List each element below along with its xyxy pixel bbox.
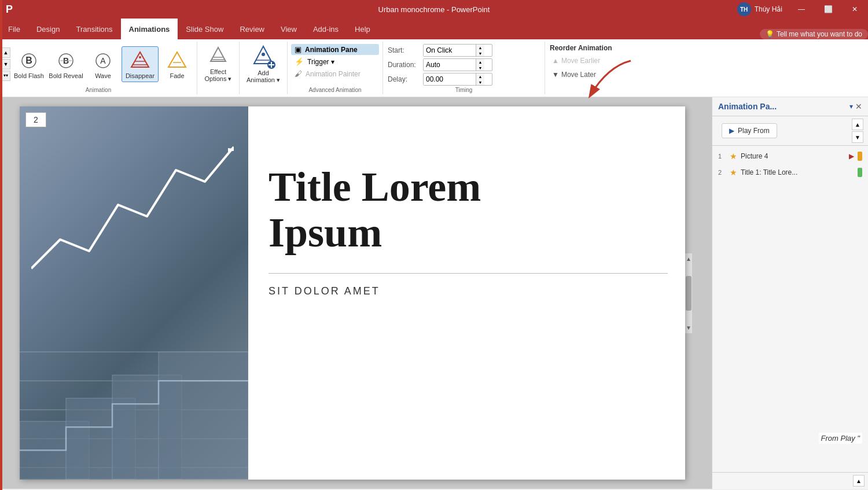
anim-item-indicator [858, 152, 862, 161]
play-from-button[interactable]: ▶ Play From [722, 123, 777, 138]
tab-slideshow[interactable]: Slide Show [178, 19, 231, 39]
scroll-down-button[interactable]: ▼ [1, 59, 10, 69]
start-value[interactable] [424, 45, 476, 56]
trigger-label: Trigger ▾ [307, 58, 334, 66]
slide-subtitle: SIT DOLOR AMET [269, 285, 668, 297]
add-animation-button[interactable]: Add Animation ▾ [243, 42, 284, 86]
duration-spinner: ▲ ▼ [476, 59, 484, 71]
main-area: 2 [0, 97, 868, 489]
pane-dropdown-icon[interactable]: ▾ [849, 102, 853, 110]
tab-addins[interactable]: Add-ins [305, 19, 347, 39]
anim-wave[interactable]: A Wave [84, 47, 122, 82]
start-input[interactable]: ▲ ▼ [423, 44, 492, 57]
effect-options-icon [209, 46, 227, 68]
animation-painter-button[interactable]: 🖌 Animation Painter [291, 68, 379, 79]
delay-down[interactable]: ▼ [476, 79, 484, 85]
effect-options-sublabel: Options ▾ [205, 75, 232, 83]
delay-up[interactable]: ▲ [476, 73, 484, 79]
title-bar-controls: TH Thúy Hải — ⬜ ✕ [737, 0, 868, 19]
fade-label: Fade [170, 72, 184, 79]
lightbulb-icon: 💡 [766, 30, 774, 38]
add-animation-items: Add Animation ▾ [243, 42, 284, 94]
animation-painter-label: Animation Painter [306, 70, 361, 78]
trigger-button[interactable]: ⚡ Trigger ▾ [291, 56, 379, 67]
ribbon-tabs: File Design Transitions Animations Slide… [0, 19, 868, 39]
svg-point-10 [139, 56, 141, 58]
effect-options-group: Effect Options ▾ [197, 42, 240, 94]
timing-label-bottom: Timing [455, 87, 473, 93]
scroll-up-button[interactable]: ▲ [1, 47, 10, 58]
tab-transitions[interactable]: Transitions [68, 19, 120, 39]
move-later-button[interactable]: ▼ Move Later [550, 69, 621, 80]
delay-input[interactable]: ▲ ▼ [423, 73, 492, 86]
svg-rect-31 [159, 352, 248, 479]
slide-divider [269, 273, 668, 274]
boldflash-icon: B [17, 49, 41, 72]
user-name: Thúy Hải [755, 5, 782, 13]
advanced-animation-items: ▣ Animation Pane ⚡ Trigger ▾ 🖌 Animation… [291, 44, 379, 79]
start-up[interactable]: ▲ [476, 45, 484, 50]
animation-pane-button[interactable]: ▣ Animation Pane [291, 44, 379, 55]
reorder-title: Reorder Animation [550, 44, 621, 52]
delay-value[interactable] [424, 73, 476, 85]
start-spinner: ▲ ▼ [476, 45, 484, 56]
pane-scroll-up[interactable]: ▲ [852, 119, 863, 130]
anim-fade[interactable]: Fade [159, 47, 196, 82]
restore-button[interactable]: ⬜ [815, 0, 841, 19]
anim-item-num: 2 [718, 169, 726, 176]
animation-item[interactable]: 2 ★ Title 1: Title Lore... [712, 164, 868, 180]
anim-boldreveal[interactable]: B Bold Reveal [47, 47, 84, 82]
slide-title: Title LoremIpsum [269, 164, 668, 256]
title-bar-left: P [6, 3, 13, 16]
svg-text:A: A [100, 56, 106, 65]
stair-area [20, 293, 248, 480]
tab-review[interactable]: Review [231, 19, 273, 39]
tell-me-bar[interactable]: 💡 Tell me what you want to do [760, 29, 868, 39]
wave-label: Wave [95, 72, 111, 79]
user-badge: TH [737, 2, 751, 16]
red-indicator [0, 0, 2, 490]
pane-scroll-down[interactable]: ▼ [852, 131, 863, 143]
tab-file[interactable]: File [0, 19, 28, 39]
slide-image [20, 106, 248, 480]
animation-pane-title: Animation Pa... [718, 102, 777, 111]
chart-line [31, 124, 234, 286]
app-logo: P [6, 3, 13, 16]
animation-pane: Animation Pa... ▾ ✕ ▶ Play From ▲ ▼ 1 ★ … [712, 97, 868, 489]
pane-controls-row: ▶ Play From ▲ ▼ [712, 116, 868, 146]
move-earlier-button[interactable]: ▲ Move Earlier [550, 56, 621, 66]
duration-input[interactable]: ▲ ▼ [423, 58, 492, 71]
animation-item[interactable]: 1 ★ Picture 4 ▶ [712, 148, 868, 164]
start-down[interactable]: ▼ [476, 50, 484, 56]
add-animation-label: Add [258, 69, 269, 76]
scrollbar-thumb[interactable] [686, 276, 692, 311]
anim-item-star: ★ [730, 152, 737, 161]
add-animation-sublabel: Animation ▾ [247, 76, 280, 84]
duration-up[interactable]: ▲ [476, 59, 484, 65]
tab-animations[interactable]: Animations [121, 19, 178, 39]
slide-scrollbar[interactable]: ▲ ▼ [685, 253, 692, 333]
tab-design[interactable]: Design [28, 19, 68, 39]
minimize-button[interactable]: — [788, 0, 815, 19]
anim-item-label: Title 1: Title Lore... [741, 168, 854, 176]
effect-options-button[interactable]: Effect Options ▾ [201, 43, 236, 85]
boldreveal-icon: B [54, 49, 78, 72]
tab-help[interactable]: Help [347, 19, 378, 39]
pane-bottom-up[interactable]: ▲ [853, 475, 865, 487]
duration-value[interactable] [424, 59, 476, 71]
close-button[interactable]: ✕ [841, 0, 868, 19]
pane-close-button[interactable]: ✕ [855, 102, 862, 111]
effect-options-items: Effect Options ▾ [201, 42, 236, 94]
window-title: Urban monochrome - PowerPoint [378, 5, 490, 14]
ribbon-content: ▲ ▼ ▾▾ B Bold Flash B Bold Revea [0, 39, 868, 97]
scroll-more-button[interactable]: ▾▾ [1, 71, 10, 81]
anim-disappear[interactable]: Disappear [122, 46, 159, 82]
anim-boldflash[interactable]: B Bold Flash [10, 47, 47, 82]
move-later-label: Move Later [561, 71, 596, 79]
tab-view[interactable]: View [273, 19, 305, 39]
anim-item-num: 1 [718, 153, 726, 160]
anim-play-btn[interactable]: ▶ [849, 152, 854, 160]
duration-down[interactable]: ▼ [476, 65, 484, 71]
advanced-animation-label: Advanced Animation [308, 87, 361, 93]
play-icon: ▶ [729, 127, 734, 135]
